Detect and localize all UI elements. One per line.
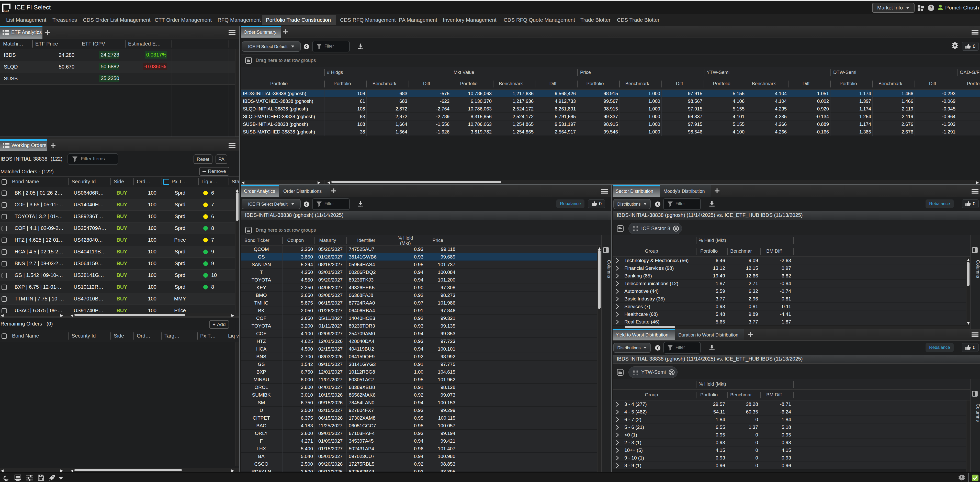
svg-text:?: ?: [930, 6, 932, 11]
svg-text:ice: ice: [4, 8, 9, 12]
